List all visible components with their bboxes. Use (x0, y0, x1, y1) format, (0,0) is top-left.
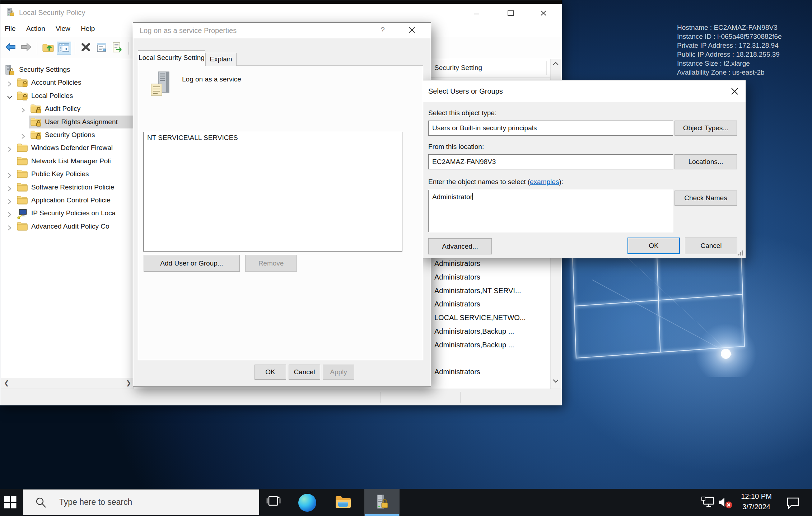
policy-row[interactable]: Administrators (434, 300, 549, 313)
clock-time: 12:10 PM (735, 491, 778, 502)
forward-arrow-icon[interactable] (19, 42, 33, 55)
titlebar[interactable]: Local Security Policy (0, 4, 562, 21)
tree-item-label: Account Policies (31, 76, 81, 89)
desktop: Hostname : EC2AMAZ-FAN98V3 Instance ID :… (0, 0, 812, 516)
task-view-button[interactable] (261, 489, 286, 516)
network-icon[interactable] (701, 497, 715, 510)
active-app-indicator (365, 514, 399, 516)
tree-item-local-policies[interactable]: Local Policies (1, 89, 133, 102)
tree-item-advanced-audit-policy-co[interactable]: Advanced Audit Policy Co (1, 220, 133, 233)
object-type-field[interactable]: Users or Built-in security principals (428, 121, 673, 136)
tree-item-public-key-policies[interactable]: Public Key Policies (1, 168, 133, 180)
chevron-right-icon[interactable] (6, 223, 13, 236)
maximize-button[interactable] (505, 10, 517, 18)
scroll-left-icon[interactable]: ❮ (4, 379, 9, 387)
search-placeholder: Type here to search (59, 497, 132, 507)
search-input[interactable]: Type here to search (23, 489, 259, 515)
tab-page: Log on as a service NT SERVICE\ALL SERVI… (138, 65, 423, 360)
remove-button[interactable]: Remove (245, 255, 297, 272)
export-list-icon[interactable] (110, 42, 125, 55)
delete-x-icon[interactable] (79, 42, 93, 55)
window-top-strip (0, 0, 562, 4)
toolbar-separator (75, 42, 75, 55)
cancel-button[interactable]: Cancel (289, 365, 320, 380)
volume-muted-icon[interactable] (718, 497, 733, 510)
object-types-button[interactable]: Object Types... (675, 121, 737, 136)
tree-item-application-control-policie[interactable]: Application Control Policie (1, 194, 133, 207)
info-instance-id: Instance ID : i-065a48f5730882f6e (677, 32, 806, 41)
tree-item-software-restriction-policie[interactable]: Software Restriction Policie (1, 181, 133, 194)
policy-row[interactable]: Administrators (434, 273, 549, 286)
location-field[interactable]: EC2AMAZ-FAN98V3 (428, 154, 673, 169)
tree-item-audit-policy[interactable]: Audit Policy (1, 102, 133, 115)
members-listbox[interactable]: NT SERVICE\ALL SERVICES (143, 132, 402, 252)
info-hostname: Hostname : EC2AMAZ-FAN98V3 (677, 23, 806, 32)
info-public-ip: Public IP Address : 18.218.255.39 (677, 50, 806, 59)
menu-view[interactable]: View (51, 21, 75, 37)
tree-item-label: User Rights Assignment (45, 116, 118, 128)
policy-row[interactable]: Administrators,Backup ... (434, 341, 549, 354)
tree-item-label: Advanced Audit Policy Co (31, 220, 109, 233)
action-center-icon[interactable] (786, 497, 800, 510)
search-icon (36, 497, 46, 508)
policy-row[interactable]: Administrators (434, 368, 549, 381)
edge-browser-icon[interactable] (294, 489, 320, 516)
tree-item-windows-defender-firewal[interactable]: Windows Defender Firewal (1, 141, 133, 154)
help-icon[interactable]: ? (377, 25, 388, 36)
minimize-button[interactable] (471, 10, 483, 18)
member-item[interactable]: NT SERVICE\ALL SERVICES (144, 132, 402, 142)
policy-name: Log on as a service (182, 75, 241, 83)
start-button[interactable] (0, 489, 23, 516)
policy-row[interactable]: Administrators,Backup ... (434, 327, 549, 340)
menu-help[interactable]: Help (76, 21, 99, 37)
examples-link[interactable]: examples (530, 178, 559, 186)
back-arrow-icon[interactable] (3, 42, 18, 55)
properties-sheet-icon[interactable] (94, 42, 109, 55)
taskbar-clock[interactable]: 12:10 PM 3/7/2024 (735, 491, 778, 512)
policy-row[interactable]: LOCAL SERVICE,NETWO... (434, 314, 549, 327)
check-names-button[interactable]: Check Names (675, 191, 737, 206)
apply-button[interactable]: Apply (323, 365, 354, 380)
ok-button[interactable]: OK (255, 365, 286, 380)
tree-item-security-options[interactable]: Security Options (1, 128, 133, 141)
column-security-setting[interactable]: Security Setting (434, 64, 482, 72)
ok-button[interactable]: OK (627, 238, 680, 254)
resize-grip[interactable] (738, 250, 743, 256)
locations-button[interactable]: Locations... (675, 154, 737, 169)
scroll-up-icon[interactable] (552, 61, 559, 68)
close-icon[interactable] (728, 86, 741, 97)
local-security-policy-taskbar-icon[interactable] (364, 489, 400, 516)
tab-explain[interactable]: Explain (205, 53, 237, 66)
console-tree: Security SettingsAccount PoliciesLocal P… (1, 59, 133, 378)
cancel-button[interactable]: Cancel (685, 238, 737, 254)
tree-item-user-rights-assignment[interactable]: User Rights Assignment (1, 116, 133, 128)
tree-item-account-policies[interactable]: Account Policies (1, 76, 133, 89)
close-button[interactable] (537, 10, 550, 18)
tree-horizontal-scrollbar[interactable]: ❮ ❯ (1, 378, 133, 389)
tree-item-network-list-manager-poli[interactable]: Network List Manager Poli (1, 155, 133, 168)
tree-item-ip-security-policies-on-loca[interactable]: IP Security Policies on Loca (1, 207, 133, 220)
policy-row[interactable] (434, 355, 549, 367)
tree-item-label: Local Policies (31, 89, 73, 102)
object-names-field[interactable]: Administrator (428, 190, 673, 232)
instance-info-overlay: Hostname : EC2AMAZ-FAN98V3 Instance ID :… (677, 23, 806, 77)
info-private-ip: Private IP Address : 172.31.28.94 (677, 41, 806, 50)
tree-item-security-settings[interactable]: Security Settings (1, 63, 133, 76)
tree-item-label: Software Restriction Policie (31, 181, 114, 194)
advanced-button[interactable]: Advanced... (428, 238, 492, 254)
column-divider[interactable] (546, 61, 547, 75)
menu-file[interactable]: File (0, 21, 20, 37)
menu-action[interactable]: Action (22, 21, 50, 37)
add-user-or-group-button[interactable]: Add User or Group... (144, 255, 240, 272)
scroll-down-icon[interactable] (552, 379, 559, 385)
folder-up-icon[interactable] (41, 42, 55, 55)
policy-row[interactable]: Administrators,NT SERVI... (434, 287, 549, 300)
tab-local-security-setting[interactable]: Local Security Setting (138, 50, 205, 66)
scroll-right-icon[interactable]: ❯ (126, 379, 131, 387)
close-icon[interactable] (406, 25, 418, 36)
console-tree-toggle-icon[interactable] (57, 42, 71, 55)
toolbar-separator (37, 42, 37, 55)
taskbar: Type here to search 12:10 PM 3/7/2024 (0, 489, 812, 516)
policy-row[interactable]: Administrators (434, 259, 549, 272)
file-explorer-icon[interactable] (330, 489, 356, 516)
